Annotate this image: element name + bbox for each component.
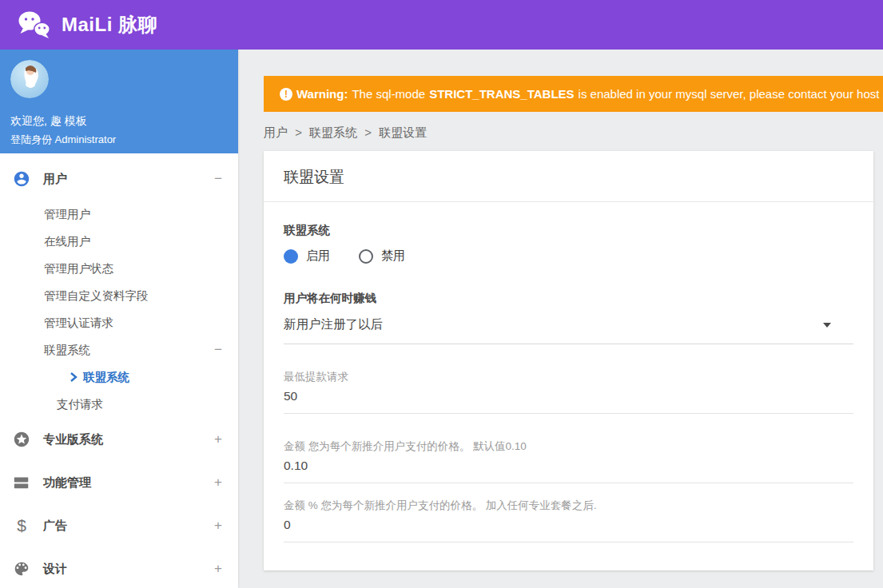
sidebar-item-design[interactable]: 设计 +	[0, 547, 238, 588]
affiliate-settings-form: 联盟系统 启用 禁用 用户将在何时赚钱 新用户注册了以后	[264, 202, 873, 570]
radio-enable-label: 启用	[306, 248, 330, 264]
earning-time-selected-value: 新用户注册了以后	[284, 316, 383, 333]
chevron-right-icon	[70, 372, 78, 382]
collapse-toggle[interactable]: −	[214, 342, 222, 358]
sidebar-item-pro[interactable]: 专业版系统 +	[0, 418, 238, 461]
earning-time-label: 用户将在何时赚钱	[284, 291, 853, 306]
warning-banner: ! Warning: The sql-mode STRICT_TRANS_TAB…	[264, 76, 883, 112]
sidebar-item-payment-requests[interactable]: 支付请求	[0, 391, 238, 418]
dollar-sign-icon: $	[13, 516, 30, 535]
nav-label-users: 用户	[43, 172, 214, 187]
star-circle-icon	[13, 431, 30, 448]
affiliate-system-radio-group: 启用 禁用	[284, 248, 853, 264]
earning-time-select[interactable]: 新用户注册了以后	[284, 316, 853, 344]
sidebar: 欢迎您, 趣 模板 登陆身份 Administrator 用户 − 管理用户 在…	[0, 50, 238, 588]
card-title: 联盟设置	[264, 151, 873, 202]
radio-unselected-icon[interactable]	[359, 249, 373, 264]
warning-label: Warning:	[296, 87, 348, 101]
breadcrumb: 用户 > 联盟系统 > 联盟设置	[264, 125, 883, 141]
breadcrumb-affiliate-system[interactable]: 联盟系统	[309, 125, 357, 139]
radio-selected-icon[interactable]	[284, 249, 298, 264]
sidebar-item-features[interactable]: 功能管理 +	[0, 461, 238, 504]
breadcrumb-users[interactable]: 用户	[264, 125, 288, 139]
expand-toggle[interactable]: +	[214, 431, 222, 447]
palette-icon	[13, 560, 30, 578]
breadcrumb-affiliate-settings: 联盟设置	[379, 125, 427, 139]
account-circle-icon	[13, 170, 30, 188]
nav-label-features: 功能管理	[43, 475, 214, 491]
sidebar-item-ads[interactable]: $ 广告 +	[0, 504, 238, 547]
referral-amount-label: 金额 您为每个新推介用户支付的价格。 默认值0.10	[284, 439, 853, 454]
radio-disable-label: 禁用	[381, 248, 405, 264]
referral-percent-group: 金额 % 您为每个新推介用户支付的价格。 加入任何专业套餐之后. 0	[284, 499, 853, 542]
warning-sql-mode: STRICT_TRANS_TABLES	[429, 87, 574, 101]
affiliate-settings-card: 联盟设置 联盟系统 启用 禁用 用户将在何时赚钱	[264, 151, 873, 570]
app-title: MaiLi 脉聊	[62, 12, 157, 38]
app-header: MaiLi 脉聊	[0, 0, 883, 50]
affiliate-system-group: 联盟系统 启用 禁用	[284, 223, 853, 264]
sidebar-item-manage-users[interactable]: 管理用户	[0, 201, 238, 228]
role-text: 登陆身份 Administrator	[10, 133, 225, 147]
caret-down-icon	[823, 323, 831, 328]
main-content: ! Warning: The sql-mode STRICT_TRANS_TAB…	[238, 50, 883, 588]
sidebar-item-custom-fields[interactable]: 管理自定义资料字段	[0, 282, 238, 309]
avatar[interactable]	[10, 60, 49, 98]
nav-label-design: 设计	[43, 562, 214, 577]
sidebar-item-online-users[interactable]: 在线用户	[0, 228, 238, 255]
sidebar-item-users[interactable]: 用户 −	[0, 157, 238, 201]
sidebar-item-verification-requests[interactable]: 管理认证请求	[0, 309, 238, 336]
referral-amount-group: 金额 您为每个新推介用户支付的价格。 默认值0.10 0.10	[284, 439, 853, 483]
min-withdrawal-label: 最低提款请求	[284, 370, 853, 384]
min-withdrawal-group: 最低提款请求 50	[284, 370, 853, 414]
nav-label-ads: 广告	[43, 518, 214, 534]
wechat-logo-icon	[18, 10, 51, 40]
radio-enable[interactable]: 启用	[284, 248, 330, 264]
affiliate-system-label: 联盟系统	[284, 223, 853, 238]
nav-label-pro: 专业版系统	[43, 432, 214, 447]
breadcrumb-separator: >	[295, 125, 302, 139]
referral-amount-input[interactable]: 0.10	[284, 459, 853, 483]
stacked-bars-icon	[13, 474, 30, 491]
collapse-toggle[interactable]: −	[214, 171, 222, 187]
min-withdrawal-input[interactable]: 50	[284, 389, 853, 414]
expand-toggle[interactable]: +	[214, 475, 222, 491]
sidebar-item-user-status[interactable]: 管理用户状态	[0, 255, 238, 282]
breadcrumb-separator: >	[364, 125, 372, 139]
expand-toggle[interactable]: +	[214, 518, 222, 534]
referral-percent-input[interactable]: 0	[284, 518, 853, 542]
radio-disable[interactable]: 禁用	[359, 248, 405, 264]
sidebar-user-panel: 欢迎您, 趣 模板 登陆身份 Administrator	[0, 50, 238, 153]
warning-text-pre: The sql-mode	[352, 87, 425, 101]
sidebar-nav: 用户 − 管理用户 在线用户 管理用户状态 管理自定义资料字段 管理认证请求 联…	[0, 153, 238, 588]
sidebar-item-affiliate-settings[interactable]: 联盟系统	[0, 364, 238, 391]
referral-percent-label: 金额 % 您为每个新推介用户支付的价格。 加入任何专业套餐之后.	[284, 499, 853, 513]
warning-text-post: is enabled in your mysql server, please …	[579, 87, 883, 101]
sidebar-item-affiliate-group[interactable]: 联盟系统 −	[0, 336, 238, 364]
earning-time-group: 用户将在何时赚钱 新用户注册了以后	[284, 291, 853, 344]
welcome-text: 欢迎您, 趣 模板	[10, 114, 225, 129]
exclamation-circle-icon: !	[280, 88, 292, 101]
expand-toggle[interactable]: +	[214, 561, 222, 577]
